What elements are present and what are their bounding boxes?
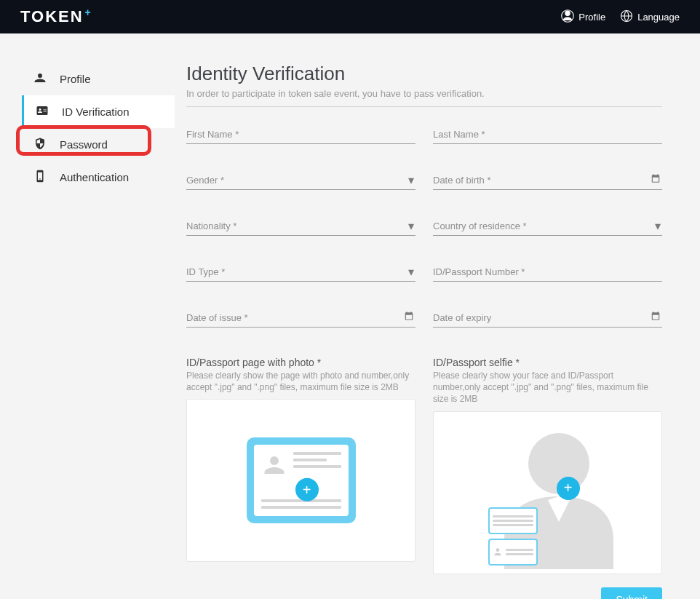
id-type-select[interactable]: ID Type * ▾ [186, 265, 415, 282]
add-plus-icon: + [557, 477, 580, 500]
profile-label: Profile [578, 12, 605, 23]
submit-button[interactable]: Submit [601, 587, 662, 599]
date-issue-field[interactable]: Date of issue * [186, 311, 415, 328]
selfie-graphic: + [475, 420, 621, 566]
phone-lock-icon [33, 170, 47, 185]
upload-selfie-title: ID/Passport selfie * [433, 357, 662, 368]
page-subtitle: In order to participate in token sale ev… [186, 88, 662, 99]
field-label: First Name * [186, 129, 239, 140]
gender-select[interactable]: Gender * ▾ [186, 173, 415, 190]
sidebar-item-profile[interactable]: Profile [22, 63, 175, 95]
top-header: TOKEN + Profile Language [0, 0, 700, 33]
upload-selfie-desc: Please clearly show your face and ID/Pas… [433, 370, 662, 405]
sidebar-item-label: Profile [60, 73, 91, 85]
globe-icon [620, 9, 633, 25]
sidebar-item-label: Password [60, 138, 108, 151]
upload-photo-desc: Please clearly show the page with photo … [186, 370, 415, 393]
content: Profile ID Verification Password Authent… [0, 33, 700, 599]
field-label: ID Type * [186, 266, 225, 277]
section-divider [186, 106, 662, 107]
logo-plus: + [85, 7, 92, 18]
field-label: Last Name * [433, 129, 485, 140]
language-menu[interactable]: Language [620, 9, 680, 25]
date-expiry-field[interactable]: Date of expiry [433, 311, 662, 328]
nationality-select[interactable]: Nationality * ▾ [186, 219, 415, 236]
calendar-icon [651, 173, 661, 186]
sidebar-item-authentication[interactable]: Authentication [22, 161, 175, 194]
country-residence-select[interactable]: Country of residence * ▾ [433, 219, 662, 236]
field-label: Nationality * [186, 221, 236, 231]
dob-field[interactable]: Date of birth * [433, 173, 662, 190]
field-label: Date of issue * [186, 312, 248, 323]
sidebar-item-label: Authentication [60, 171, 129, 183]
person-icon [33, 71, 47, 87]
upload-selfie-box[interactable]: + [433, 411, 662, 574]
sidebar-item-password[interactable]: Password [22, 128, 175, 161]
page-title: Identity Verification [186, 63, 662, 85]
field-label: ID/Passport Number * [433, 266, 525, 277]
dropdown-icon: ▾ [408, 219, 414, 233]
logo[interactable]: TOKEN + [20, 7, 92, 26]
language-label: Language [637, 12, 680, 23]
profile-menu[interactable]: Profile [561, 9, 605, 25]
dropdown-icon: ▾ [408, 265, 414, 279]
field-label: Country of residence * [433, 221, 527, 231]
add-plus-icon: + [295, 478, 319, 501]
sidebar: Profile ID Verification Password Authent… [0, 63, 175, 599]
id-number-field[interactable]: ID/Passport Number * [433, 265, 662, 282]
first-name-field[interactable]: First Name * [186, 127, 415, 144]
upload-photo-box[interactable]: + [186, 399, 415, 562]
field-label: Gender * [186, 175, 224, 186]
svg-point-3 [496, 548, 499, 552]
sidebar-item-label: ID Verification [62, 106, 130, 118]
calendar-icon [651, 311, 661, 324]
logo-text: TOKEN [20, 7, 84, 26]
main-area: Identity Verification In order to partic… [175, 63, 700, 599]
shield-icon [33, 137, 47, 152]
sidebar-item-id-verification[interactable]: ID Verification [22, 95, 175, 128]
field-label: Date of birth * [433, 175, 491, 186]
dropdown-icon: ▾ [655, 219, 661, 233]
profile-icon [561, 9, 574, 25]
id-card-graphic: + [247, 437, 356, 523]
dropdown-icon: ▾ [408, 173, 414, 187]
calendar-icon [404, 311, 414, 324]
last-name-field[interactable]: Last Name * [433, 127, 662, 144]
field-label: Date of expiry [433, 312, 491, 323]
upload-photo-title: ID/Passport page with photo * [186, 357, 415, 368]
header-right: Profile Language [561, 9, 680, 25]
id-card-icon [36, 104, 49, 119]
